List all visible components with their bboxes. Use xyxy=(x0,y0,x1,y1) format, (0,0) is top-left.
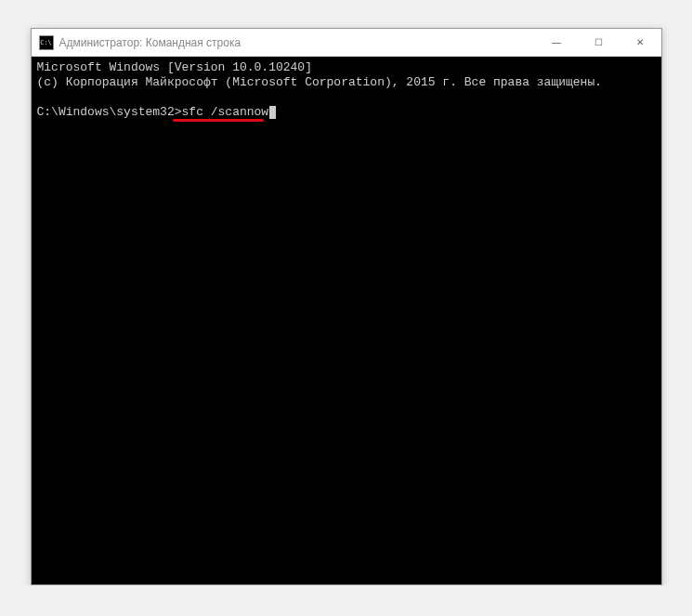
titlebar[interactable]: C:\ Администратор: Командная строка — ☐ … xyxy=(32,29,661,57)
terminal-cursor xyxy=(269,106,276,119)
window-controls: — ☐ ✕ xyxy=(536,29,661,56)
minimize-icon: — xyxy=(552,37,561,47)
terminal-line-copyright: (c) Корпорация Майкрософт (Microsoft Cor… xyxy=(37,75,656,90)
terminal-prompt: C:\Windows\system32> xyxy=(37,105,182,119)
minimize-button[interactable]: — xyxy=(536,29,578,56)
window-title: Администратор: Командная строка xyxy=(59,36,536,49)
terminal-prompt-line: C:\Windows\system32>sfc /scannow xyxy=(37,105,656,120)
red-underline-annotation xyxy=(173,119,264,122)
command-prompt-window: C:\ Администратор: Командная строка — ☐ … xyxy=(31,28,662,585)
close-button[interactable]: ✕ xyxy=(620,29,661,56)
maximize-icon: ☐ xyxy=(594,37,603,47)
cmd-icon: C:\ xyxy=(39,35,54,50)
terminal-command: sfc /scannow xyxy=(182,105,269,119)
maximize-button[interactable]: ☐ xyxy=(578,29,620,56)
close-icon: ✕ xyxy=(636,37,644,47)
cmd-icon-text: C:\ xyxy=(40,39,52,46)
terminal-area[interactable]: Microsoft Windows [Version 10.0.10240] (… xyxy=(32,57,661,584)
terminal-line-version: Microsoft Windows [Version 10.0.10240] xyxy=(37,60,656,75)
